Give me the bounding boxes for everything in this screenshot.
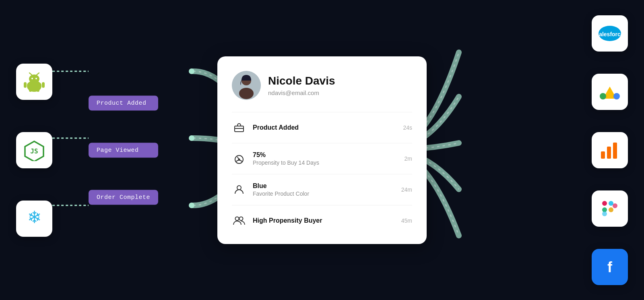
color-title: Blue [253,182,395,190]
right-destinations: salesforce [592,15,628,285]
order-complete-pill: Order Complete [89,190,158,205]
card-row-propensity: 75% Propensity to Buy 14 Days 2m [232,143,412,174]
svg-point-28 [239,217,243,220]
product-added-title: Product Added [253,124,396,131]
nodejs-source-icon: JS [16,132,52,168]
people-icon [232,213,246,228]
svg-rect-42 [602,211,607,216]
propensity-content: 75% Propensity to Buy 14 Days [253,151,398,166]
google-ads-icon [592,74,628,110]
svg-rect-13 [29,88,32,92]
product-added-pill: Product Added [89,95,158,110]
color-content: Blue Favorite Product Color [253,182,395,197]
svg-rect-41 [613,203,617,208]
user-name: Nicole Davis [268,74,335,88]
product-added-time: 24s [403,124,412,131]
snowflake-source-icon: ❄ [16,201,52,237]
svg-point-8 [35,78,37,79]
gauge-icon [232,151,246,166]
svg-point-33 [600,93,606,99]
propensity-title: 75% [253,151,398,159]
svg-point-3 [189,203,194,208]
svg-rect-40 [609,207,613,212]
svg-rect-35 [607,147,611,159]
scene: JS ❄ Product Added Page Viewed Order Com… [0,0,644,300]
user-info: Nicole Davis ndavis@email.com [268,74,335,96]
person-icon [232,182,246,197]
svg-point-25 [239,159,240,160]
buyer-content: High Propensity Buyer [253,217,395,224]
svg-text:JS: JS [30,147,38,155]
color-time: 24m [401,186,412,193]
svg-point-27 [235,217,239,220]
svg-point-2 [189,135,194,141]
svg-text:❄: ❄ [27,208,41,227]
svg-point-6 [29,74,39,83]
svg-rect-11 [24,82,27,88]
svg-point-26 [237,186,241,190]
slack-icon [592,190,628,227]
color-subtitle: Favorite Product Color [253,190,395,197]
page-viewed-pill: Page Viewed [89,143,158,157]
card-header: Nicole Davis ndavis@email.com [232,71,412,100]
svg-point-7 [31,78,33,79]
svg-text:salesforce: salesforce [598,31,621,37]
left-sources: JS ❄ [16,64,52,237]
android-source-icon [16,64,52,100]
svg-point-1 [189,68,194,74]
svg-rect-14 [37,88,39,92]
avatar [232,71,261,100]
buyer-time: 45m [401,217,412,224]
buyer-title: High Propensity Buyer [253,217,395,224]
svg-line-10 [37,73,39,75]
profile-card: Nicole Davis ndavis@email.com Product Ad… [217,56,427,244]
svg-line-9 [29,73,32,75]
svg-rect-12 [42,82,45,88]
user-email: ndavis@email.com [268,89,335,96]
svg-point-20 [239,88,254,99]
svg-rect-37 [602,201,607,206]
svg-rect-34 [601,151,605,159]
facebook-icon: f [592,249,628,285]
amplitude-icon [592,132,628,168]
svg-rect-36 [613,143,617,159]
card-row-color: Blue Favorite Product Color 24m [232,174,412,205]
propensity-time: 2m [405,155,412,162]
salesforce-icon: salesforce [592,15,628,52]
event-labels: Product Added Page Viewed Order Complete [89,95,158,205]
product-added-content: Product Added [253,124,396,131]
card-row-buyer: High Propensity Buyer 45m [232,205,412,236]
svg-rect-38 [609,201,613,206]
briefcase-icon [232,120,246,135]
card-row-product-added: Product Added 24s [232,112,412,143]
svg-text:f: f [607,259,613,275]
propensity-subtitle: Propensity to Buy 14 Days [253,159,398,166]
svg-point-32 [613,93,620,99]
